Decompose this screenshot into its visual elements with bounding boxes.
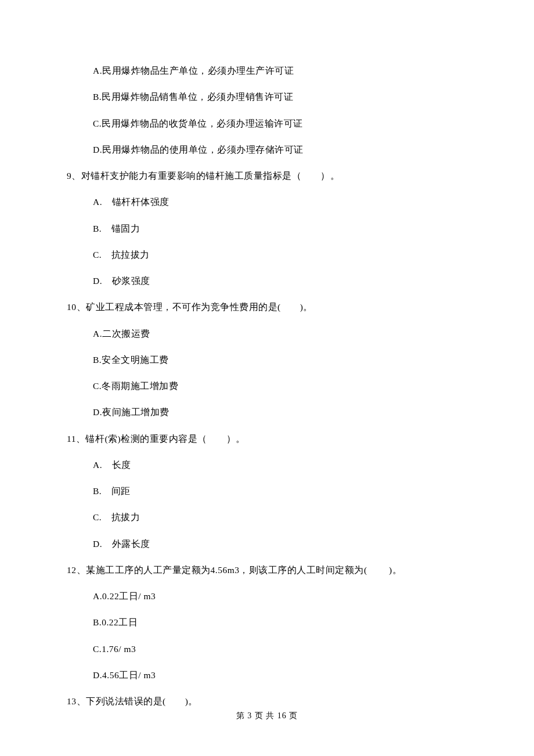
q8-option-b: B.民用爆炸物品销售单位，必须办理销售许可证 [67,90,467,103]
q10-option-a: A.二次搬运费 [67,327,467,340]
q12-text: 12、某施工工序的人工产量定额为4.56m3，则该工序的人工时间定额为( )。 [67,563,467,577]
q11-option-b: B. 间距 [67,484,467,498]
q12-option-c: C.1.76/ m3 [67,642,467,656]
q12-option-a: A.0.22工日/ m3 [67,589,467,603]
q11-text: 11、锚杆(索)检测的重要内容是（ ）。 [67,432,467,445]
q8-option-d: D.民用爆炸物品的使用单位，必须办理存储许可证 [67,143,467,156]
q9-option-d: D. 砂浆强度 [67,274,467,287]
q8-option-a: A.民用爆炸物品生产单位，必须办理生产许可证 [67,64,467,77]
q11-option-d: D. 外露长度 [67,537,467,550]
q10-option-d: D.夜间施工增加费 [67,405,467,419]
q12-option-d: D.4.56工日/ m3 [67,668,467,682]
q9-option-c: C. 抗拉拔力 [67,248,467,261]
q8-option-c: C.民用爆炸物品的收货单位，必须办理运输许可证 [67,117,467,130]
q10-option-c: C.冬雨期施工增加费 [67,379,467,393]
page-footer: 第 3 页 共 16 页 [0,711,534,721]
q11-option-c: C. 抗拔力 [67,510,467,524]
q11-option-a: A. 长度 [67,458,467,471]
document-content: A.民用爆炸物品生产单位，必须办理生产许可证 B.民用爆炸物品销售单位，必须办理… [0,0,534,708]
q10-option-b: B.安全文明施工费 [67,353,467,366]
q9-text: 9、对锚杆支护能力有重要影响的锚杆施工质量指标是（ ）。 [67,169,467,182]
q10-text: 10、矿业工程成本管理，不可作为竞争性费用的是( )。 [67,300,467,314]
q9-option-a: A. 锚杆杆体强度 [67,195,467,208]
q9-option-b: B. 锚固力 [67,222,467,235]
q13-text: 13、下列说法错误的是( )。 [67,694,467,708]
q12-option-b: B.0.22工日 [67,615,467,629]
